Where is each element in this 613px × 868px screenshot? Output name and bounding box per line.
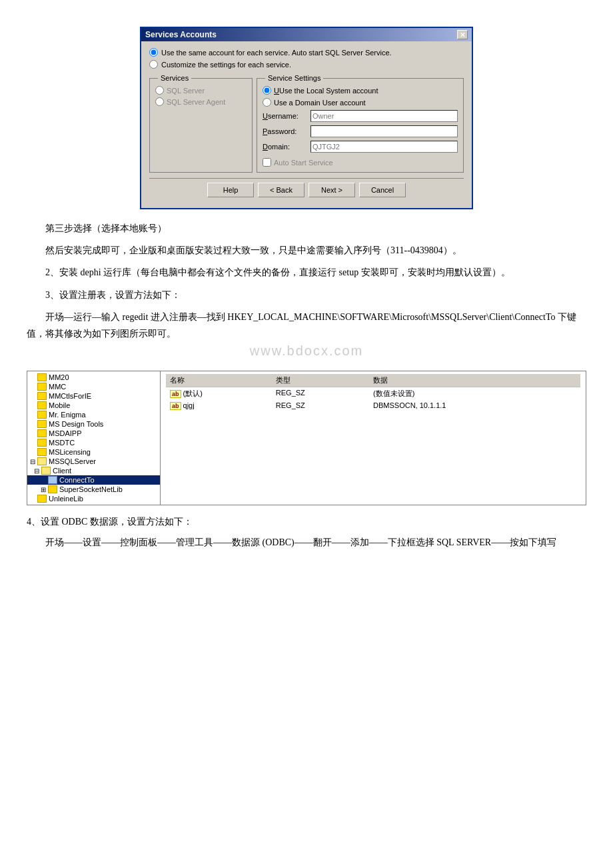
local-account-radio[interactable] (263, 86, 271, 95)
reg-item-connectto[interactable]: ConnectTo (27, 475, 160, 485)
folder-icon (37, 429, 47, 437)
services-group: Services SQL Server SQL Server Agent (149, 74, 253, 173)
table-row: ab(默认) REG_SZ (数值未设置) (166, 387, 580, 401)
regedit-path-text: 开场—运行—输入 regedit 进入注册表—找到 HKEY_LOCAL_MAC… (27, 309, 586, 342)
password-label: Password: (263, 127, 310, 135)
odbc-text: 开场——设置——控制面板——管理工具——数据源 (ODBC)——翻开——添加——… (27, 534, 586, 551)
ab-icon: ab (170, 390, 181, 398)
registry-right-panel: 名称 类型 数据 ab(默认) REG_SZ (数值未设置) abqjgj (161, 371, 586, 505)
reg-item-unleinelib: UnleineLib (27, 494, 160, 503)
reg-item-mmctls: MMCtlsForIE (27, 391, 160, 401)
registry-editor: MM20 MMC MMCtlsForIE Mobile Mr. Enigma M… (27, 371, 586, 505)
domain-label: Domain: (263, 143, 310, 151)
services-legend: Services (158, 74, 191, 82)
back-button[interactable]: < Back (258, 183, 305, 197)
col-type-header: 类型 (272, 374, 369, 387)
folder-icon-open (41, 467, 51, 475)
autostart-row: Auto Start Service (263, 158, 458, 167)
username-label: Username: (263, 112, 310, 120)
folder-icon (37, 411, 47, 419)
reg-item-msdesign: MS Design Tools (27, 419, 160, 429)
domain-account-radio[interactable] (263, 98, 271, 107)
cancel-button[interactable]: Cancel (359, 183, 406, 197)
reg-item-mm20: MM20 (27, 373, 160, 382)
username-row: Username: (263, 110, 458, 122)
folder-icon (37, 401, 47, 409)
step4-text: 4、设置 ODBC 数据源，设置方法如下： (27, 513, 586, 530)
password-row: Password: (263, 125, 458, 137)
reg-item-mmc: MMC (27, 382, 160, 391)
service2-radio[interactable] (155, 97, 164, 106)
autostart-checkbox[interactable] (263, 158, 271, 167)
regedit-intro-text: 3、设置注册表，设置方法如下： (27, 287, 586, 303)
ab-icon: ab (170, 402, 181, 410)
watermark: www.bdocx.com (27, 343, 586, 359)
service1-label: SQL Server (167, 87, 205, 95)
folder-icon (48, 476, 57, 484)
option1-label: Use the same account for each service. A… (161, 49, 392, 57)
registry-left-panel: MM20 MMC MMCtlsForIE Mobile Mr. Enigma M… (27, 371, 161, 505)
next-button[interactable]: Next > (308, 183, 355, 197)
option1-radio[interactable] (149, 48, 158, 57)
col-data-header: 数据 (369, 374, 580, 387)
domain-account-row: Use a Domain User account (263, 98, 458, 107)
folder-icon (37, 495, 47, 503)
option2-radio[interactable] (149, 60, 158, 69)
domain-row: Domain: (263, 141, 458, 153)
reg-item-mobile: Mobile (27, 401, 160, 410)
service1-row: SQL Server (155, 86, 247, 95)
groups-row: Services SQL Server SQL Server Agent Ser… (149, 74, 464, 173)
local-account-label: UUse the Local System account (274, 87, 378, 95)
option2-row: Customize the settings for each service. (149, 60, 464, 69)
services-accounts-dialog: Services Accounts ✕ Use the same account… (140, 27, 473, 209)
reg-item-supersocket: ⊞ SuperSocketNetLib (27, 485, 160, 494)
option2-label: Customize the settings for each service. (161, 61, 291, 69)
dialog-titlebar: Services Accounts ✕ (141, 28, 472, 41)
reg-item-mslicensing: MSLicensing (27, 447, 160, 457)
domain-account-label: Use a Domain User account (274, 99, 366, 107)
settings-legend: Service Settings (265, 74, 323, 82)
dialog-title: Services Accounts (145, 30, 217, 39)
close-button[interactable]: ✕ (457, 30, 468, 39)
folder-icon (37, 439, 47, 447)
folder-icon-open (37, 457, 47, 465)
domain-input[interactable] (310, 141, 458, 153)
install-complete-text: 然后安装完成即可，企业版和桌面版安装过程大致一致，只是中途需要输入序列号（311… (27, 242, 586, 259)
help-button[interactable]: Help (207, 183, 254, 197)
folder-icon (37, 373, 47, 381)
folder-icon (37, 448, 47, 456)
registry-table: 名称 类型 数据 ab(默认) REG_SZ (数值未设置) abqjgj (166, 374, 580, 411)
reg-name-default: ab(默认) (166, 387, 272, 401)
service2-label: SQL Server Agent (167, 98, 225, 106)
option1-row: Use the same account for each service. A… (149, 48, 464, 57)
dialog-buttons: Help < Back Next > Cancel (149, 178, 464, 203)
folder-icon (48, 485, 57, 493)
reg-item-msdaipp: MSDAIPP (27, 429, 160, 438)
dephi-text: 2、安装 dephi 运行库（每台电脑中都会有这个文件夹的备份，直接运行 set… (27, 264, 586, 281)
service1-radio[interactable] (155, 86, 164, 95)
reg-data-qjgj: DBMSSOCN, 10.1.1.1 (369, 400, 580, 411)
dialog-wrapper: Services Accounts ✕ Use the same account… (27, 27, 586, 209)
local-account-row: UUse the Local System account (263, 86, 458, 95)
reg-item-mssqlserver: ⊟ MSSQLServer (27, 457, 160, 466)
folder-icon (37, 420, 47, 428)
reg-name-qjgj: abqjgj (166, 400, 272, 411)
reg-type-default: REG_SZ (272, 387, 369, 401)
folder-icon (37, 383, 47, 391)
col-name-header: 名称 (166, 374, 272, 387)
reg-item-enigma: Mr. Enigma (27, 410, 160, 419)
username-input[interactable] (310, 110, 458, 122)
reg-type-qjgj: REG_SZ (272, 400, 369, 411)
reg-item-client: ⊟ Client (27, 466, 160, 475)
folder-icon (37, 392, 47, 400)
table-row: abqjgj REG_SZ DBMSSOCN, 10.1.1.1 (166, 400, 580, 411)
reg-item-msdtc: MSDTC (27, 438, 160, 447)
service2-row: SQL Server Agent (155, 97, 247, 106)
settings-group: Service Settings UUse the Local System a… (257, 74, 464, 173)
password-input[interactable] (310, 125, 458, 137)
dialog-body: Use the same account for each service. A… (141, 41, 472, 208)
reg-data-default: (数值未设置) (369, 387, 580, 401)
step3-text: 第三步选择（选择本地账号） (27, 220, 586, 237)
autostart-label: Auto Start Service (274, 159, 333, 167)
